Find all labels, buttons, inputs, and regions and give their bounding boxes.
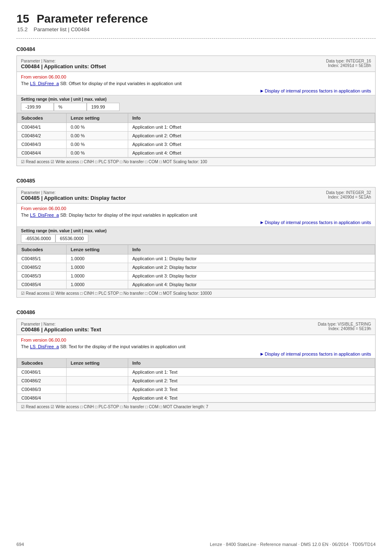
param-version-C00486: From version 06.00.00 <box>17 335 375 343</box>
table-col-C00485-2: Info <box>128 245 375 254</box>
param-label-C00484: Parameter | Name: <box>21 59 106 63</box>
see-link-row-C00486: ▶ Display of internal process factors in… <box>17 352 375 358</box>
table-col-C00484-1: Lenze setting <box>67 113 128 123</box>
setting-range-values-C00484: -199.99 % 199.99 <box>21 103 371 111</box>
param-name-C00484: C00484 | Application units: Offset <box>21 63 106 69</box>
table-col-C00485-0: Subcodes <box>17 245 67 254</box>
see-link-C00484[interactable]: ▶ Display of internal process factors in… <box>261 88 371 93</box>
section-divider <box>16 38 376 39</box>
setting-range-label-C00484: Setting range (min. value | unit | max. … <box>21 97 371 102</box>
param-label-C00486: Parameter | Name: <box>21 322 101 326</box>
info-C00485-3: Application unit 4: Display factor <box>128 280 375 289</box>
ls-link-C00486[interactable]: LS_DisFree_a <box>30 344 59 349</box>
subcode-C00486-3: C00486/4 <box>17 394 67 402</box>
param-block-C00486: Parameter | Name: C00486 | Application u… <box>16 319 376 411</box>
param-desc-text-C00484: The LS_DisFree_a SB: Offset for display … <box>21 81 371 86</box>
table-row: C00485/31.0000Application unit 3: Displa… <box>17 272 375 280</box>
copyright: Lenze · 8400 StateLine · Reference manua… <box>210 542 376 547</box>
chapter-title: 15 Parameter reference <box>16 12 376 25</box>
table-row: C00486/1Application unit 1: Text <box>17 368 375 377</box>
range-unit-C00484: % <box>54 103 87 111</box>
param-desc-C00485: The LS_DisFree_a SB: Display factor for … <box>17 212 375 220</box>
param-block-C00485: Parameter | Name: C00485 | Application u… <box>16 187 376 298</box>
table-col-C00486-0: Subcodes <box>17 358 67 368</box>
info-C00486-2: Application unit 3: Text <box>128 385 375 394</box>
lenze-C00485-0: 1.0000 <box>67 254 128 263</box>
table-col-C00484-2: Info <box>128 113 375 123</box>
params-container: C00484 Parameter | Name: C00484 | Applic… <box>16 46 376 411</box>
table-col-C00484-0: Subcodes <box>17 113 67 123</box>
range-min-C00485: -65536.0000 <box>21 234 55 243</box>
param-header-C00486: Parameter | Name: C00486 | Application u… <box>17 319 375 335</box>
section-title: 15.2 Parameter list | C00484 <box>16 26 376 32</box>
param-desc-text-C00485: The LS_DisFree_a SB: Display factor for … <box>21 213 371 217</box>
info-C00485-1: Application unit 2: Display factor <box>128 263 375 272</box>
param-datatype-C00486: Data type: VISIBLE_STRING Index: 24089d … <box>318 322 371 331</box>
lenze-C00485-1: 1.0000 <box>67 263 128 272</box>
param-footer-C00485: ☑ Read access ☑ Write access □ CINH □ PL… <box>17 289 375 297</box>
info-C00485-2: Application unit 3: Display factor <box>128 272 375 280</box>
setting-range-C00484: Setting range (min. value | unit | max. … <box>17 95 375 113</box>
ls-link-C00484[interactable]: LS_DisFree_a <box>30 81 59 86</box>
ls-link-C00485[interactable]: LS_DisFree_a <box>30 213 59 217</box>
subcode-C00484-1: C00484/2 <box>17 132 67 140</box>
see-link-C00486[interactable]: ▶ Display of internal process factors in… <box>261 352 371 356</box>
param-table-C00485: SubcodesLenze settingInfoC00485/11.0000A… <box>17 245 375 289</box>
info-C00484-3: Application unit 4: Offset <box>128 149 375 157</box>
table-row: C00485/11.0000Application unit 1: Displa… <box>17 254 375 263</box>
chapter-number: 15 <box>16 12 29 25</box>
lenze-C00484-1: 0.00 % <box>67 132 128 140</box>
chapter-title-text: Parameter reference <box>37 12 148 25</box>
setting-range-C00485: Setting range (min. value | unit | max. … <box>17 227 375 245</box>
subcode-C00485-2: C00485/3 <box>17 272 67 280</box>
table-col-C00486-2: Info <box>128 358 375 368</box>
setting-range-label-C00485: Setting range (min. value | unit | max. … <box>21 229 371 233</box>
param-desc-C00484: The LS_DisFree_a SB: Offset for display … <box>17 80 375 88</box>
subcode-C00486-2: C00486/3 <box>17 385 67 394</box>
subcode-C00486-1: C00486/2 <box>17 377 67 385</box>
param-footer-C00484: ☑ Read access ☑ Write access □ CINH □ PL… <box>17 157 375 166</box>
param-table-C00486: SubcodesLenze settingInfoC00486/1Applica… <box>17 358 375 402</box>
table-row: C00485/41.0000Application unit 4: Displa… <box>17 280 375 289</box>
info-C00484-2: Application unit 3: Offset <box>128 140 375 149</box>
table-row: C00486/2Application unit 2: Text <box>17 377 375 385</box>
param-name-C00485: C00485 | Application units: Display fact… <box>21 195 126 201</box>
table-row: C00484/30.00 %Application unit 3: Offset <box>17 140 375 149</box>
range-max-C00485: 65536.0000 <box>55 234 88 243</box>
lenze-C00484-3: 0.00 % <box>67 149 128 157</box>
see-link-row-C00485: ▶ Display of internal process factors in… <box>17 220 375 227</box>
see-link-C00485[interactable]: ▶ Display of internal process factors in… <box>261 220 371 225</box>
page-header: 15 Parameter reference 15.2 Parameter li… <box>16 12 376 32</box>
setting-range-values-C00485: -65536.0000 65536.0000 <box>21 234 371 243</box>
page-footer: 694 Lenze · 8400 StateLine · Reference m… <box>0 542 392 547</box>
param-header-left-C00485: Parameter | Name: C00485 | Application u… <box>21 190 126 201</box>
param-header-C00485: Parameter | Name: C00485 | Application u… <box>17 187 375 204</box>
param-datatype-C00485: Data type: INTEGER_32 Index: 24090d = 5E… <box>326 190 371 199</box>
subcode-C00484-2: C00484/3 <box>17 140 67 149</box>
param-header-left-C00484: Parameter | Name: C00484 | Application u… <box>21 59 106 69</box>
range-max-C00484: 199.99 <box>87 103 120 111</box>
lenze-C00485-3: 1.0000 <box>67 280 128 289</box>
info-C00486-1: Application unit 2: Text <box>128 377 375 385</box>
subcode-C00484-0: C00484/1 <box>17 123 67 132</box>
table-row: C00486/4Application unit 4: Text <box>17 394 375 402</box>
param-version-C00485: From version 06.00.00 <box>17 204 375 212</box>
table-row: C00486/3Application unit 3: Text <box>17 385 375 394</box>
range-min-C00484: -199.99 <box>21 103 54 111</box>
subcode-C00484-3: C00484/4 <box>17 149 67 157</box>
section-label-C00486: C00486 <box>16 309 376 315</box>
param-label-C00485: Parameter | Name: <box>21 190 126 195</box>
param-datatype-C00484: Data type: INTEGER_16 Index: 24091d = 5E… <box>326 59 371 68</box>
triangle-icon-C00485: ▶ <box>261 220 263 224</box>
see-link-row-C00484: ▶ Display of internal process factors in… <box>17 88 375 95</box>
param-version-C00484: From version 06.00.00 <box>17 72 375 80</box>
param-block-C00484: Parameter | Name: C00484 | Application u… <box>16 56 376 166</box>
table-col-C00486-1: Lenze setting <box>67 358 128 368</box>
table-row: C00484/40.00 %Application unit 4: Offset <box>17 149 375 157</box>
section-label-C00484: C00484 <box>16 46 376 52</box>
info-C00485-0: Application unit 1: Display factor <box>128 254 375 263</box>
info-C00484-1: Application unit 2: Offset <box>128 132 375 140</box>
param-header-C00484: Parameter | Name: C00484 | Application u… <box>17 56 375 72</box>
triangle-icon-C00486: ▶ <box>261 352 263 356</box>
param-name-C00486: C00486 | Application units: Text <box>21 326 101 333</box>
